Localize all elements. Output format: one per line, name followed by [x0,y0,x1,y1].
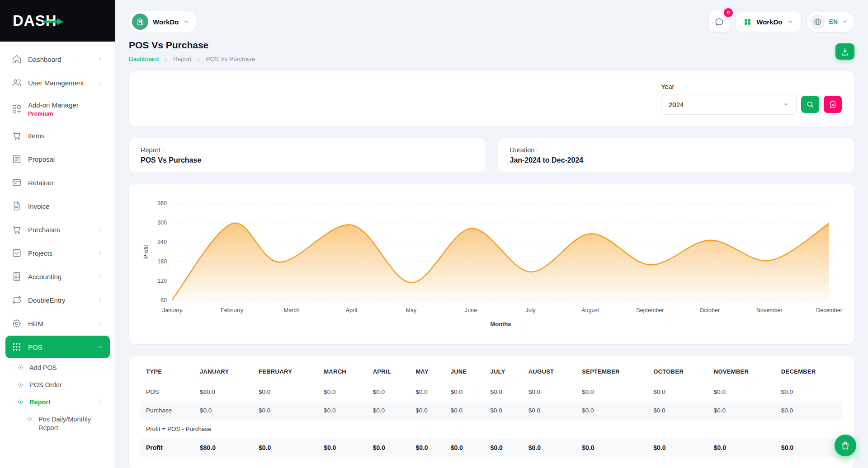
duration-card-label: Duration : [510,146,843,154]
sidebar-item-projects[interactable]: Projects [5,242,110,264]
sidebar-item-pos[interactable]: POS [5,336,110,358]
sidebar-item-label: Items [28,132,45,140]
download-button[interactable] [835,43,854,60]
sidebar-subitem-label: Add POS [29,364,57,372]
value-cell: $0.0 [368,401,410,420]
sidebar-subitem-report[interactable]: Report [5,393,110,411]
pos-vs-purchase-table: TYPEJANUARYFEBRUARYMARCHAPRILMAYJUNEJULY… [141,360,843,457]
topbar: WorkDo 0 WorkDo EN [129,0,854,33]
value-cell: $0.0 [648,383,708,401]
sidebar-item-add-on-manager[interactable]: Add-on ManagerPremium [5,95,110,123]
table-column-header: NOVEMBER [708,360,776,383]
page-title: POS Vs Purchase [129,40,255,51]
brand-logo[interactable]: DASH [0,0,115,42]
language-selector[interactable]: EN [807,12,854,32]
breadcrumb-item-dashboard[interactable]: Dashboard [129,56,159,62]
value-cell: $0.0 [485,401,523,420]
breadcrumb: DashboardReportPOS Vs Purchase [129,56,255,62]
sidebar: DASH DashboardUser ManagementAdd-on Mana… [0,0,115,468]
report-card: Report : POS Vs Purchase [129,138,486,173]
svg-text:May: May [406,307,417,314]
home-icon [12,54,22,64]
pos-cart-fab[interactable] [835,435,856,456]
sidebar-item-accounting[interactable]: Accounting [5,265,110,288]
table-column-header: JUNE [445,360,485,383]
sidebar-subitem-label: Report [29,398,51,406]
doubleentry-icon [12,295,22,305]
pos-vs-purchase-table-card: TYPEJANUARYFEBRUARYMARCHAPRILMAYJUNEJULY… [129,356,854,468]
addon-icon [12,104,22,114]
sidebar-item-retainer[interactable]: Retainer [5,171,110,194]
sidebar-item-invoice[interactable]: Invoice [5,195,110,217]
pos-icon [12,342,22,352]
value-cell: $0.0 [485,438,523,457]
chevron-right-icon [97,273,104,280]
workspace-selector[interactable]: WorkDo [129,11,197,33]
users-icon [12,78,22,88]
svg-text:Profit: Profit [142,245,149,259]
svg-text:April: April [346,307,357,314]
sidebar-subitem-label: POS Order [29,381,62,389]
app-root: DASH DashboardUser ManagementAdd-on Mana… [0,0,868,468]
breadcrumb-item-report: Report [173,56,192,62]
sidebar-item-doubleentry[interactable]: DoubleEntry [5,289,110,311]
summary-row: Report : POS Vs Purchase Duration : Jan-… [129,138,854,173]
duration-card-value: Jan-2024 to Dec-2024 [510,156,843,164]
sidebar-item-items[interactable]: Items [5,124,110,147]
value-cell: $0.0 [485,383,523,401]
value-cell: $0.0 [253,401,318,420]
building-icon [132,14,148,30]
reset-icon [829,100,837,108]
sidebar-item-label: Dashboard [28,56,61,63]
sidebar-item-purchases[interactable]: Purchases [5,218,110,241]
table-column-header: OCTOBER [648,360,708,383]
row-type-cell: Purchase [141,401,194,420]
svg-text:240: 240 [157,239,167,245]
messenger-button[interactable]: 0 [709,11,730,32]
value-cell: $0.0 [523,383,577,401]
table-column-header: MAY [410,360,445,383]
table-column-header: JULY [485,360,523,383]
hrm-icon [12,318,22,328]
sidebar-subitem-add-pos[interactable]: Add POS [5,359,110,376]
sidebar-subitem-label: Pos Daily/Monthly Report [38,415,104,431]
reset-button[interactable] [824,96,842,113]
brand-arrow-icon [43,18,63,25]
svg-text:March: March [284,307,300,314]
value-cell: $0.0 [410,383,445,401]
year-select[interactable]: 2024 [661,94,797,115]
svg-text:360: 360 [157,200,167,206]
search-button[interactable] [801,96,819,113]
report-card-label: Report : [141,146,474,154]
chevron-down-icon [183,19,189,25]
sidebar-item-label: Proposal [28,155,55,163]
sidebar-item-label: POS [28,343,42,351]
svg-text:September: September [636,307,664,314]
value-cell: $0.0 [445,383,485,401]
messenger-badge: 0 [724,8,733,17]
sidebar-item-proposal[interactable]: Proposal [5,148,110,170]
value-cell: $0.0 [708,401,776,420]
sidebar-item-user-management[interactable]: User Management [5,71,110,94]
value-cell: $0.0 [318,438,368,457]
svg-text:300: 300 [157,220,167,226]
chevron-right-icon [98,398,104,404]
chevron-down-icon [842,19,848,25]
duration-card: Duration : Jan-2024 to Dec-2024 [498,138,855,173]
sidebar-item-label: DoubleEntry [28,296,66,304]
value-cell: $0.0 [445,438,485,457]
table-column-header: JANUARY [194,360,253,383]
app-switcher-button[interactable]: WorkDo [736,12,800,32]
chevron-down-icon [783,101,789,108]
sidebar-item-dashboard[interactable]: Dashboard [5,48,110,70]
svg-text:October: October [700,307,720,314]
value-cell: $0.0 [776,438,843,457]
value-cell: $0.0 [576,383,648,401]
table-note-row: Profit = POS - Purchase [141,420,843,438]
sidebar-subitem-pos-order[interactable]: POS Order [5,376,110,393]
app-switcher-label: WorkDo [756,18,782,26]
row-type-cell: POS [141,383,194,401]
sidebar-subitem-pos-daily-monthly-report[interactable]: Pos Daily/Monthly Report [5,411,110,436]
svg-text:February: February [221,307,244,314]
sidebar-item-hrm[interactable]: HRM [5,312,110,335]
